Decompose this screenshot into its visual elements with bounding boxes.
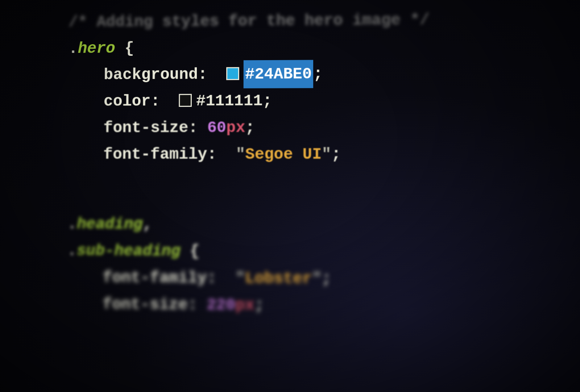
property-font-family: font-family bbox=[103, 141, 207, 168]
colon: : bbox=[207, 141, 216, 168]
declaration-background[interactable]: background: #24ABE0; bbox=[68, 60, 580, 88]
hex-value: #111111 bbox=[196, 87, 263, 114]
colon: : bbox=[150, 88, 160, 114]
property-background: background bbox=[104, 61, 198, 88]
selector-heading: heading bbox=[77, 210, 143, 238]
comment-line: /* Adding styles for the hero image */ bbox=[69, 6, 580, 35]
open-brace: { bbox=[115, 35, 134, 62]
declaration-font-size-2[interactable]: font-size: 220px; bbox=[67, 291, 580, 321]
selector-line-hero[interactable]: .hero { bbox=[69, 33, 580, 61]
open-brace: { bbox=[181, 238, 200, 265]
string-value: Segoe UI bbox=[245, 141, 322, 168]
property-font-size: font-size bbox=[103, 291, 188, 318]
colon: : bbox=[188, 114, 198, 141]
semicolon: ; bbox=[245, 114, 255, 141]
selection-highlight[interactable]: #24ABE0 bbox=[244, 60, 313, 88]
comment-text: /* Adding styles for the hero image */ bbox=[69, 6, 430, 36]
colon: : bbox=[188, 291, 197, 318]
declaration-font-family-2[interactable]: font-family: "Lobster"; bbox=[67, 264, 580, 294]
declaration-font-size[interactable]: font-size: 60px; bbox=[68, 114, 580, 141]
selector-hero: hero bbox=[78, 35, 115, 62]
unit-px: px bbox=[226, 114, 245, 141]
selector-dot: . bbox=[67, 210, 77, 237]
selector-dot: . bbox=[69, 35, 78, 62]
quote: " bbox=[312, 265, 322, 292]
colon: : bbox=[198, 61, 207, 88]
declaration-color[interactable]: color: #111111; bbox=[68, 87, 580, 114]
semicolon: ; bbox=[313, 61, 323, 88]
selector-dot: . bbox=[67, 237, 76, 264]
semicolon: ; bbox=[262, 87, 272, 114]
blank-lines bbox=[67, 189, 580, 212]
unit-px: px bbox=[235, 292, 254, 319]
color-swatch-icon[interactable] bbox=[179, 94, 192, 107]
code-editor[interactable]: /* Adding styles for the hero image */ .… bbox=[3, 0, 580, 321]
selector-line-heading[interactable]: .heading, bbox=[67, 211, 580, 239]
comma: , bbox=[142, 211, 152, 238]
color-swatch-icon[interactable] bbox=[226, 67, 239, 80]
declaration-font-family[interactable]: font-family: "Segoe UI"; bbox=[68, 141, 580, 167]
number-value: 220 bbox=[207, 291, 235, 319]
quote: " bbox=[235, 265, 245, 292]
colon: : bbox=[207, 264, 216, 292]
quote: " bbox=[236, 141, 245, 168]
hex-value: #24ABE0 bbox=[245, 65, 312, 83]
selector-sub-heading: sub-heading bbox=[76, 237, 181, 265]
quote: " bbox=[322, 141, 331, 168]
blank-lines bbox=[68, 168, 580, 191]
number-value: 60 bbox=[207, 114, 227, 141]
property-font-size: font-size bbox=[103, 114, 188, 141]
selector-line-subheading[interactable]: .sub-heading { bbox=[67, 238, 580, 266]
property-color: color bbox=[104, 88, 151, 114]
string-value: Lobster bbox=[245, 265, 312, 292]
property-font-family: font-family bbox=[103, 264, 207, 292]
semicolon: ; bbox=[331, 141, 341, 168]
semicolon: ; bbox=[254, 292, 264, 319]
semicolon: ; bbox=[322, 265, 331, 293]
